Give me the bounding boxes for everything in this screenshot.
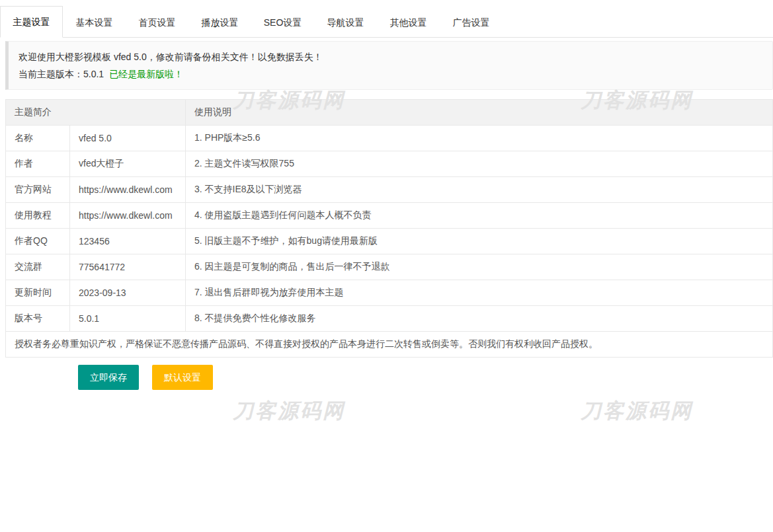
tab-basic-settings[interactable]: 基本设置 <box>63 7 126 38</box>
table-row: 官方网站 https://www.dkewl.com 3. 不支持IE8及以下浏… <box>6 177 773 203</box>
watermark: 刀客源码网 <box>233 397 345 425</box>
tab-play-settings[interactable]: 播放设置 <box>188 7 251 38</box>
row-usage: 2. 主题文件读写权限755 <box>186 151 773 177</box>
license-row: 授权者务必尊重知识产权，严格保证不恶意传播产品源码、不得直接对授权的产品本身进行… <box>6 332 773 358</box>
row-value: 5.0.1 <box>70 306 186 332</box>
tab-seo-settings[interactable]: SEO设置 <box>251 7 314 38</box>
row-usage: 7. 退出售后群即视为放弃使用本主题 <box>186 280 773 306</box>
row-usage: 6. 因主题是可复制的商品，售出后一律不予退款 <box>186 254 773 280</box>
tab-nav-settings[interactable]: 导航设置 <box>314 7 377 38</box>
header-usage-notes: 使用说明 <box>186 100 773 126</box>
row-value: vfed 5.0 <box>70 126 186 151</box>
tab-theme-settings[interactable]: 主题设置 <box>0 6 63 38</box>
theme-info-section: 主题简介 使用说明 名称 vfed 5.0 1. PHP版本≥5.6 作者 vf… <box>5 99 773 358</box>
version-status-text: 已经是最新版啦！ <box>109 69 183 79</box>
table-row: 名称 vfed 5.0 1. PHP版本≥5.6 <box>6 126 773 151</box>
row-label: 版本号 <box>6 306 70 332</box>
table-row: 交流群 775641772 6. 因主题是可复制的商品，售出后一律不予退款 <box>6 254 773 280</box>
watermark: 刀客源码网 <box>581 397 693 425</box>
row-label: 更新时间 <box>6 280 70 306</box>
row-usage: 3. 不支持IE8及以下浏览器 <box>186 177 773 203</box>
form-actions: 立即保存 默认设置 <box>78 365 773 390</box>
table-header-row: 主题简介 使用说明 <box>6 100 773 126</box>
row-value: https://www.dkewl.com <box>70 177 186 203</box>
current-version-text: 当前主题版本：5.0.1 <box>19 69 104 79</box>
row-label: 作者 <box>6 151 70 177</box>
settings-tabbar: 主题设置 基本设置 首页设置 播放设置 SEO设置 导航设置 其他设置 广告设置 <box>0 0 773 38</box>
license-note: 授权者务必尊重知识产权，严格保证不恶意传播产品源码、不得直接对授权的产品本身进行… <box>6 332 773 358</box>
row-label: 作者QQ <box>6 229 70 254</box>
row-value: 775641772 <box>70 254 186 280</box>
row-label: 使用教程 <box>6 203 70 229</box>
welcome-notice: 欢迎使用大橙影视模板 vfed 5.0，修改前请备份相关文件！以免数据丢失！ 当… <box>5 41 773 90</box>
row-label: 官方网站 <box>6 177 70 203</box>
tab-ad-settings[interactable]: 广告设置 <box>440 7 503 38</box>
row-value: 2023-09-13 <box>70 280 186 306</box>
row-usage: 5. 旧版主题不予维护，如有bug请使用最新版 <box>186 229 773 254</box>
tab-other-settings[interactable]: 其他设置 <box>377 7 440 38</box>
row-usage: 4. 使用盗版主题遇到任何问题本人概不负责 <box>186 203 773 229</box>
row-value: 123456 <box>70 229 186 254</box>
save-button[interactable]: 立即保存 <box>78 365 139 390</box>
row-label: 交流群 <box>6 254 70 280</box>
table-row: 版本号 5.0.1 8. 不提供免费个性化修改服务 <box>6 306 773 332</box>
theme-info-table: 主题简介 使用说明 名称 vfed 5.0 1. PHP版本≥5.6 作者 vf… <box>5 99 773 358</box>
notice-line-version: 当前主题版本：5.0.1已经是最新版啦！ <box>19 65 762 83</box>
table-row: 使用教程 https://www.dkewl.com 4. 使用盗版主题遇到任何… <box>6 203 773 229</box>
settings-page: 主题设置 基本设置 首页设置 播放设置 SEO设置 导航设置 其他设置 广告设置… <box>0 0 773 532</box>
table-row: 作者 vfed大橙子 2. 主题文件读写权限755 <box>6 151 773 177</box>
header-theme-intro: 主题简介 <box>6 100 186 126</box>
row-label: 名称 <box>6 126 70 151</box>
row-value: vfed大橙子 <box>70 151 186 177</box>
tab-home-settings[interactable]: 首页设置 <box>126 7 188 38</box>
row-usage: 1. PHP版本≥5.6 <box>186 126 773 151</box>
table-row: 更新时间 2023-09-13 7. 退出售后群即视为放弃使用本主题 <box>6 280 773 306</box>
notice-line-welcome: 欢迎使用大橙影视模板 vfed 5.0，修改前请备份相关文件！以免数据丢失！ <box>19 48 762 65</box>
row-value: https://www.dkewl.com <box>70 203 186 229</box>
table-row: 作者QQ 123456 5. 旧版主题不予维护，如有bug请使用最新版 <box>6 229 773 254</box>
row-usage: 8. 不提供免费个性化修改服务 <box>186 306 773 332</box>
default-settings-button[interactable]: 默认设置 <box>152 365 213 390</box>
